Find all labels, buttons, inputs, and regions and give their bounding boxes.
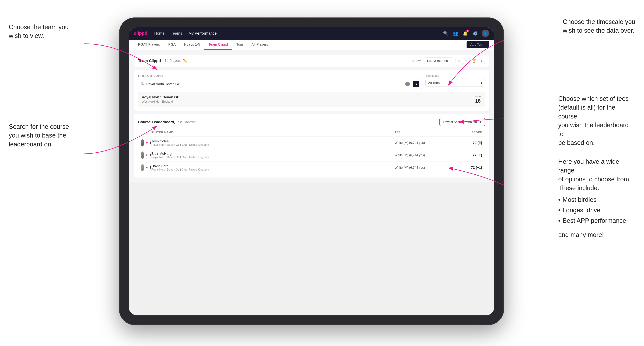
leaderboard-title: Course Leaderboard, [138,120,175,124]
list-view-icon[interactable]: ≡ [463,58,470,64]
player-info-1: Josh Coles Royal North Devon Golf Club, … [152,139,394,147]
player-tee-2: White (M) (6,744 yds) [394,154,447,157]
search-row: Find a Golf Course 🔍 × ★ Select Tee All … [138,74,485,89]
player-info-2: Blair McHarg Royal North Devon Golf Club… [152,152,394,159]
notification-badge: 1 [466,29,469,32]
player-score-3: 73 (+1) [447,166,482,170]
holes-label: Holes [474,95,481,98]
player-name-2: Blair McHarg [152,152,209,156]
leaderboard-table: PLAYER NAME TEE SCORE ♥ 1 Jos [138,130,485,174]
player-rank-2: ♥ 1 [141,152,152,159]
player-details-3: David Ford Royal North Devon Golf Club, … [152,164,209,171]
course-result: Royal North Devon GC Westward Ho!, Engla… [138,92,485,107]
col-player-name: PLAYER NAME [152,131,394,134]
heart-icon-2[interactable]: ♥ [146,154,148,157]
tee-select-value: All Tees [428,81,440,85]
find-course-label: Find a Golf Course [138,74,422,78]
course-search-input[interactable] [146,82,404,86]
player-avatar-3 [141,164,144,171]
add-team-button[interactable]: Add Team [466,41,489,48]
player-tee-1: White (M) (6,744 yds) [394,141,447,145]
leaderboard-card: Course Leaderboard, Last 3 months Lowest… [134,114,489,177]
navbar-links: Home Teams My Performance [154,31,442,36]
sub-nav: PGAT Players PGA Hcaps 1-5 Team Clippd T… [128,40,494,50]
tab-hcaps[interactable]: Hcaps 1-5 [180,40,204,50]
navbar: clippd Home Teams My Performance 🔍 👥 🔔 1… [128,27,494,40]
nav-home[interactable]: Home [154,31,164,36]
show-label: Show: [412,59,422,63]
player-info-3: David Ford Royal North Devon Golf Club, … [152,164,394,171]
player-score-1: 72 (E) [447,141,482,145]
player-details-1: Josh Coles Royal North Devon Golf Club, … [152,139,209,147]
score-type-select[interactable]: Lowest Score (18 holes) ▾ [440,118,485,126]
show-select[interactable]: Last 3 months [424,57,453,64]
user-avatar[interactable]: 👤 [482,30,489,37]
player-avatar-1 [141,139,144,147]
tab-pgat-players[interactable]: PGAT Players [134,40,164,50]
team-controls: Show: Last 3 months ⊞ ≡ 🏆 ⬇ [412,57,485,64]
edit-icon[interactable]: ✏️ [183,59,187,63]
search-icon[interactable]: 🔍 [442,30,449,36]
chevron-down-icon: ▾ [481,81,482,85]
annotation-bottom-right: Here you have a wide range of options to… [558,157,635,239]
holes-number: 18 [474,98,481,104]
player-avatar-2 [141,152,144,159]
and-more-text: and many more! [558,230,635,239]
tab-all-players[interactable]: All Players [247,40,272,50]
select-tee-label: Select Tee [426,74,485,78]
search-col: Find a Golf Course 🔍 × ★ [138,74,422,89]
annotation-bottom-left: Search for the course you wish to base t… [9,122,69,149]
table-row: ♥ 1 Blair McHarg Royal North Devon Golf … [138,149,485,161]
sub-nav-right: Add Team [466,41,489,48]
search-input-wrap: 🔍 × ★ [138,79,422,89]
people-icon[interactable]: 👥 [452,30,459,36]
player-name-1: Josh Coles [152,139,209,143]
nav-teams[interactable]: Teams [171,31,182,36]
trophy-icon[interactable]: 🏆 [471,58,477,64]
table-row: ♥ 1 Josh Coles Royal North Devon Golf Cl… [138,137,485,149]
tee-select[interactable]: All Tees ▾ [426,79,485,87]
player-club-3: Royal North Devon Golf Club, United King… [152,168,209,171]
leaderboard-header: Course Leaderboard, Last 3 months Lowest… [138,118,485,126]
settings-icon[interactable]: ⚙️ [472,30,478,36]
leaderboard-period: Last 3 months [176,120,196,124]
annotation-top-left: Choose the team you wish to view. [9,23,68,40]
col-score: SCORE [447,131,482,134]
player-name-3: David Ford [152,164,209,168]
score-type-value: Lowest Score (18 holes) [443,120,477,124]
leaderboard-title-wrap: Course Leaderboard, Last 3 months [138,120,196,124]
player-score-2: 72 (E) [447,153,482,157]
clear-search-button[interactable]: × [405,82,410,86]
favorite-button[interactable]: ★ [413,81,419,87]
team-header-card: Team Clippd | 14 Players ✏️ Show: Last 3… [134,55,489,67]
player-club-1: Royal North Devon Golf Club, United King… [152,143,209,147]
app-logo[interactable]: clippd [134,30,147,36]
course-info: Royal North Devon GC Westward Ho!, Engla… [142,95,180,103]
view-icons: ⊞ ≡ 🏆 ⬇ [456,58,485,64]
tab-team-clippd[interactable]: Team Clippd [204,40,232,50]
tab-pga[interactable]: PGA [164,40,180,50]
table-row: ♥ 3 David Ford Royal North Devon Golf Cl… [138,161,485,174]
player-club-2: Royal North Devon Golf Club, United King… [152,156,209,159]
bullet-item-1: Most birdies [558,195,635,204]
heart-icon-1[interactable]: ♥ [146,141,148,145]
grid-view-icon[interactable]: ⊞ [456,58,462,64]
nav-my-performance[interactable]: My Performance [188,31,217,36]
player-details-2: Blair McHarg Royal North Devon Golf Club… [152,152,209,159]
tab-tour[interactable]: Tour [232,40,247,50]
col-tee: TEE [394,131,447,134]
holes-badge: Holes 18 [474,95,481,104]
player-rank-3: ♥ 3 [141,164,152,171]
course-location: Westward Ho!, England [142,100,180,103]
course-name: Royal North Devon GC [142,95,180,99]
notification-icon[interactable]: 🔔 1 [462,30,468,36]
annotation-mid-right: Choose which set of tees (default is all… [558,94,635,147]
player-tee-3: White (M) (6,744 yds) [394,166,447,170]
team-player-count: | 14 Players [162,59,181,63]
player-rank-1: ♥ 1 [141,139,152,147]
download-icon[interactable]: ⬇ [478,58,485,64]
bullet-item-2: Longest drive [558,206,635,215]
annotation-top-right: Choose the timescale you wish to see the… [563,17,635,35]
tee-col: Select Tee All Tees ▾ [426,74,485,89]
heart-icon-3[interactable]: ♥ [146,166,148,170]
